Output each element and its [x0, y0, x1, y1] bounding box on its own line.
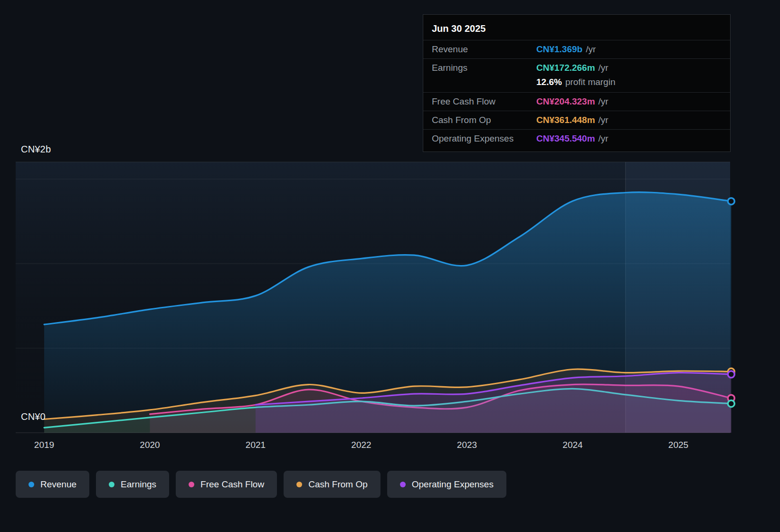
earnings-endpoint-marker[interactable]: [728, 400, 734, 407]
tooltip-row-profit-margin: 12.6%profit margin: [423, 77, 730, 92]
legend-label: Operating Expenses: [412, 479, 494, 490]
legend-label: Cash From Op: [308, 479, 368, 490]
tooltip-label: Operating Expenses: [432, 133, 536, 144]
x-tick-2021: 2021: [246, 440, 266, 450]
tooltip-label: Free Cash Flow: [432, 96, 536, 107]
tooltip-row-earnings: Earnings CN¥172.266m/yr: [423, 58, 730, 77]
y-axis-zero-label: CN¥0: [21, 411, 46, 422]
tooltip-suffix: /yr: [599, 133, 609, 143]
tooltip-row-operating-expenses: Operating Expenses CN¥345.540m/yr: [423, 129, 730, 148]
cash-from-op-dot-icon: [296, 482, 302, 487]
tooltip-value: CN¥345.540m: [536, 133, 595, 143]
free-cash-flow-dot-icon: [189, 482, 194, 487]
tooltip-row-free-cash-flow: Free Cash Flow CN¥204.323m/yr: [423, 92, 730, 111]
legend-label: Free Cash Flow: [200, 479, 264, 490]
legend-label: Revenue: [40, 479, 76, 490]
legend-item-cash-from-op[interactable]: Cash From Op: [284, 471, 380, 498]
legend-item-operating-expenses[interactable]: Operating Expenses: [387, 471, 506, 498]
tooltip-label: Revenue: [432, 44, 536, 55]
tooltip-suffix: /yr: [599, 63, 609, 73]
operating-expenses-endpoint-marker[interactable]: [728, 371, 734, 378]
revenue-dot-icon: [29, 482, 34, 487]
x-tick-2024: 2024: [562, 440, 582, 450]
tooltip-value: CN¥361.448m: [536, 115, 595, 125]
x-tick-2022: 2022: [351, 440, 371, 450]
tooltip-value: CN¥204.323m: [536, 96, 595, 106]
tooltip-suffix: /yr: [599, 115, 609, 125]
tooltip-row-revenue: Revenue CN¥1.369b/yr: [423, 40, 730, 58]
legend-item-earnings[interactable]: Earnings: [96, 471, 169, 498]
x-tick-2019: 2019: [34, 440, 54, 450]
legend: Revenue Earnings Free Cash Flow Cash Fro…: [16, 471, 506, 498]
tooltip-value: CN¥1.369b: [536, 44, 582, 54]
tooltip-date: Jun 30 2025: [423, 18, 730, 40]
legend-item-revenue[interactable]: Revenue: [16, 471, 89, 498]
operating-expenses-dot-icon: [400, 482, 406, 487]
x-tick-2020: 2020: [140, 440, 160, 450]
earnings-dot-icon: [109, 482, 114, 487]
tooltip-label: Earnings: [432, 63, 536, 73]
tooltip-suffix: profit margin: [565, 77, 616, 87]
x-tick-2025: 2025: [668, 440, 688, 450]
revenue-endpoint-marker[interactable]: [728, 198, 734, 205]
legend-item-free-cash-flow[interactable]: Free Cash Flow: [176, 471, 277, 498]
tooltip-value: 12.6%: [536, 77, 562, 87]
x-tick-2023: 2023: [457, 440, 477, 450]
tooltip-row-cash-from-op: Cash From Op CN¥361.448m/yr: [423, 111, 730, 129]
tooltip-label: Cash From Op: [432, 115, 536, 125]
tooltip-suffix: /yr: [599, 96, 609, 106]
y-axis-max-label: CN¥2b: [21, 144, 51, 155]
tooltip-suffix: /yr: [586, 44, 596, 54]
tooltip-value: CN¥172.266m: [536, 63, 595, 73]
legend-label: Earnings: [121, 479, 156, 490]
chart-tooltip: Jun 30 2025 Revenue CN¥1.369b/yr Earning…: [423, 14, 731, 152]
